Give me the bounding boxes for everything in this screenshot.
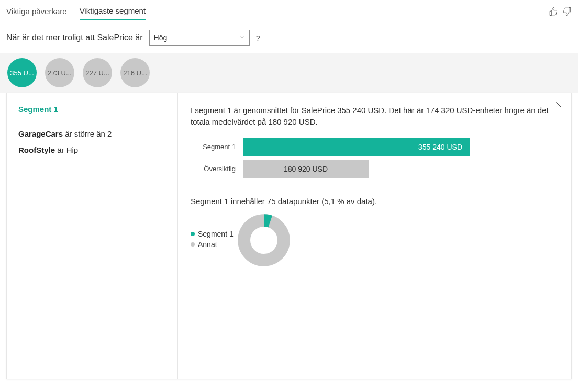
thumbs-up-icon[interactable] xyxy=(549,7,558,18)
segment-title: Segment 1 xyxy=(18,105,166,114)
segment-bubble-2[interactable]: 273 U... xyxy=(45,58,74,87)
legend-label: Segment 1 xyxy=(198,230,234,238)
legend-dot-icon xyxy=(191,232,195,236)
chevron-down-icon xyxy=(239,33,245,42)
tab-segments[interactable]: Viktigaste segment xyxy=(80,4,146,20)
bar-fill-segment: 355 240 USD xyxy=(243,138,470,156)
dropdown-value: Hög xyxy=(154,33,168,42)
condition-row: RoofStyle är Hip xyxy=(18,145,166,154)
legend-item-other: Annat xyxy=(191,240,234,249)
tab-influencers[interactable]: Viktiga påverkare xyxy=(6,5,67,20)
condition-row: GarageCars är större än 2 xyxy=(18,129,166,138)
donut-row: Segment 1 Annat xyxy=(191,214,559,266)
bar-fill-overall: 180 920 USD xyxy=(243,160,369,178)
condition-operator: är större än 2 xyxy=(65,129,112,138)
segment-bubble-bar: 355 U... 273 U... 227 U... 216 U... xyxy=(0,53,578,93)
segment-bubble-3[interactable]: 227 U... xyxy=(83,58,112,87)
segment-bubble-4[interactable]: 216 U... xyxy=(120,58,150,87)
segment-conditions-panel: Segment 1 GarageCars är större än 2 Roof… xyxy=(7,93,178,379)
help-icon[interactable]: ? xyxy=(256,33,260,42)
bar-row-segment: Segment 1 355 240 USD xyxy=(191,138,559,156)
feedback-icons xyxy=(549,7,572,18)
question-text: När är det mer troligt att SalePrice är xyxy=(6,33,143,42)
question-row: När är det mer troligt att SalePrice är … xyxy=(0,21,578,53)
segment-chart-panel: I segment 1 är genomsnittet för SalePric… xyxy=(178,93,571,379)
bar-row-overall: Översiktlig 180 920 USD xyxy=(191,160,559,178)
segment-bubble-1[interactable]: 355 U... xyxy=(7,58,37,87)
donut-chart xyxy=(238,214,290,266)
legend-item-segment: Segment 1 xyxy=(191,230,234,238)
tab-bar: Viktiga påverkare Viktigaste segment xyxy=(0,0,578,21)
bar-label: Översiktlig xyxy=(191,165,236,173)
segment-detail-card: Segment 1 GarageCars är större än 2 Roof… xyxy=(6,93,572,379)
condition-operator: är Hip xyxy=(57,145,78,154)
thumbs-down-icon[interactable] xyxy=(562,7,572,18)
svg-point-4 xyxy=(251,228,276,253)
segment-summary: I segment 1 är genomsnittet för SalePric… xyxy=(191,105,559,128)
legend-label: Annat xyxy=(198,240,217,249)
close-icon[interactable] xyxy=(554,100,563,110)
bar-label: Segment 1 xyxy=(191,143,236,151)
value-dropdown[interactable]: Hög xyxy=(149,30,250,46)
condition-field: GarageCars xyxy=(18,129,63,138)
datapoints-text: Segment 1 innehåller 75 datapunkter (5,1… xyxy=(191,197,559,206)
donut-legend: Segment 1 Annat xyxy=(191,214,234,251)
condition-field: RoofStyle xyxy=(18,145,55,154)
legend-dot-icon xyxy=(191,242,195,247)
